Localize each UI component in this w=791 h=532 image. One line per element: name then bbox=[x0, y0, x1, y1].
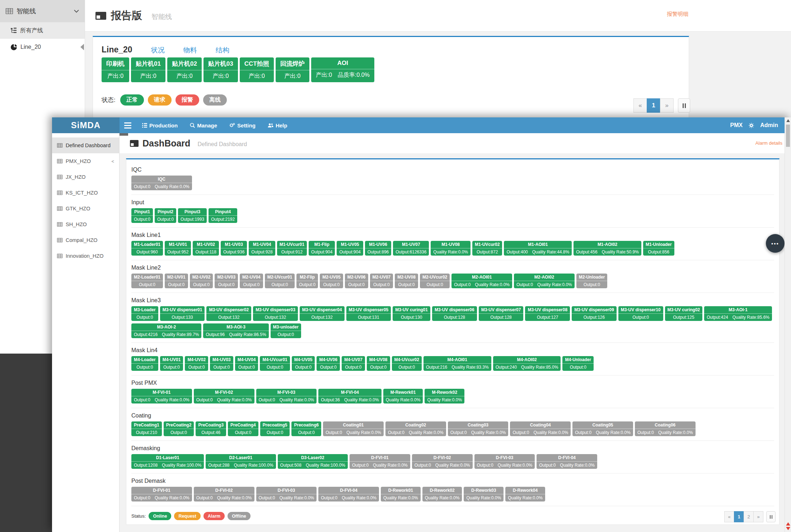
machine-tile[interactable]: CCT拍照 产出:0 bbox=[240, 57, 274, 82]
scrollbar-thumb[interactable] bbox=[786, 125, 790, 147]
machine-tile[interactable]: M2-Loader01 Output:0 bbox=[131, 274, 163, 288]
sidebar-item[interactable]: JX_HZO bbox=[52, 169, 119, 185]
machine-tile[interactable]: D-FVI-03 Output:0 Quality Rate:0.0% bbox=[474, 454, 535, 469]
machine-tile[interactable]: PreCoating4 Output:0 bbox=[228, 421, 258, 436]
machine-tile[interactable]: M2-UV07 Output:0 bbox=[370, 274, 393, 288]
machine-tile[interactable]: M1-UV06 Output:896 bbox=[365, 241, 391, 256]
machine-tile[interactable]: M3-UV curing02 Output:125 bbox=[665, 306, 703, 321]
machine-tile[interactable]: Pinput3 Output:1993 bbox=[178, 208, 207, 223]
machine-tile[interactable]: M3-UV dispenser09 Output:126 bbox=[572, 306, 617, 321]
machine-tile[interactable]: M2-AOI01 Output:0 Quality Rate:0.0% bbox=[451, 274, 512, 288]
machine-tile[interactable]: M4-AOI02 Output:240 Quality Rate:85.0% bbox=[493, 356, 561, 371]
machine-tile[interactable]: 回流焊炉 产出:0 bbox=[276, 57, 309, 82]
machine-tile[interactable]: 贴片机01 产出:0 bbox=[131, 57, 165, 82]
machine-tile[interactable]: PreCoating3 Output:46 bbox=[196, 421, 226, 436]
machine-tile[interactable]: D-FVI-04 Output:0 Quality Rate:0.0% bbox=[537, 454, 597, 469]
machine-tile[interactable]: M1-UV02 Output:118 bbox=[193, 241, 219, 256]
machine-tile[interactable]: M1-AOI02 Output:456 Quality Rate:50.9% bbox=[574, 241, 641, 256]
machine-tile[interactable]: M1-AOI01 Output:400 Quality Rate:44.8% bbox=[504, 241, 572, 256]
gear-icon[interactable] bbox=[748, 122, 754, 129]
machine-tile[interactable]: M2-UV08 Output:0 bbox=[395, 274, 418, 288]
machine-tile[interactable]: M1-Loader01 Output:960 bbox=[131, 241, 163, 256]
machine-tile[interactable]: M2-Flip Output:0 bbox=[296, 274, 318, 288]
machine-tile[interactable]: M4-UVcur02 Output:0 bbox=[392, 356, 422, 371]
nav-item-setting[interactable]: Setting bbox=[223, 117, 262, 133]
machine-tile[interactable]: M3-UV dispenser02 Output:132 bbox=[206, 306, 251, 321]
machine-tile[interactable]: M1-UV03 Output:936 bbox=[221, 241, 247, 256]
machine-tile[interactable]: M2-Unloader Output:0 bbox=[576, 274, 608, 288]
status-pill[interactable]: Online bbox=[149, 512, 171, 520]
machine-tile[interactable]: D-Rework01 Quality Rate:0.0% bbox=[381, 487, 421, 501]
machine-tile[interactable]: M1-UVcur01 Output:912 bbox=[277, 241, 307, 256]
machine-tile[interactable]: Precoating5 Output:0 bbox=[260, 421, 290, 436]
machine-tile[interactable]: D-Rework03 Quality Rate:0.0% bbox=[464, 487, 504, 501]
sidebar-item[interactable]: Compal_HZO bbox=[52, 232, 119, 248]
machine-tile[interactable]: 贴片机02 产出:0 bbox=[167, 57, 202, 82]
machine-tile[interactable]: M1-Flip Output:904 bbox=[309, 241, 335, 256]
machine-tile[interactable]: D3-Laser02 Output:508 Quality Rate:100.0… bbox=[278, 454, 348, 469]
scroll-red-down-icon[interactable] bbox=[786, 527, 790, 530]
sidebar-item-line20[interactable]: Line_20 bbox=[0, 39, 85, 55]
hamburger-menu-button[interactable] bbox=[120, 117, 136, 133]
machine-tile[interactable]: Coating01 Output:0 Quality Rate:0.0% bbox=[323, 421, 384, 436]
machine-tile[interactable]: M2-UV05 Output:0 bbox=[320, 274, 343, 288]
machine-tile[interactable]: M3-UV dispenser05 Output:131 bbox=[346, 306, 391, 321]
status-pill[interactable]: Request bbox=[174, 512, 200, 520]
machine-tile[interactable]: M3-UV curing01 Output:130 bbox=[393, 306, 430, 321]
machine-tile[interactable]: D-FVI-02 Output:0 Quality Rate:0.0% bbox=[412, 454, 473, 469]
sidebar-item-all-lines[interactable]: 所有产线 bbox=[0, 22, 85, 39]
machine-tile[interactable]: M-FVI-02 Output:0 Quality Rate:0.0% bbox=[194, 389, 254, 403]
machine-tile[interactable]: M1-Unloader Output:856 bbox=[643, 241, 674, 256]
alarm-details-link[interactable]: 报警明细 bbox=[667, 11, 688, 18]
machine-tile[interactable]: D-FVI-02 Output:0 Quality Rate:0.0% bbox=[194, 487, 254, 501]
machine-tile[interactable]: M4-UV05 Output:0 bbox=[292, 356, 315, 371]
machine-tile[interactable]: M1-UVcur02 Output:872 bbox=[472, 241, 502, 256]
page-button[interactable]: « bbox=[724, 511, 734, 522]
sidebar-item[interactable]: Innovation_HZO bbox=[52, 248, 119, 264]
machine-tile[interactable]: M4-UV08 Output:0 bbox=[367, 356, 390, 371]
machine-tile[interactable]: 贴片机03 产出:0 bbox=[203, 57, 238, 82]
page-button[interactable]: 1 bbox=[647, 98, 660, 113]
machine-tile[interactable]: M1-UV08 Quality Rate:0.0% bbox=[431, 241, 471, 256]
scroll-red-up-icon[interactable] bbox=[786, 522, 790, 526]
status-pill[interactable]: 请求 bbox=[148, 94, 172, 106]
line-tab[interactable]: 结构 bbox=[216, 46, 229, 55]
sidebar-item[interactable]: GTK_HZO bbox=[52, 201, 119, 216]
scrollbar[interactable] bbox=[785, 117, 791, 532]
machine-tile[interactable]: M2-UVcur01 Output:0 bbox=[265, 274, 295, 288]
page-button[interactable]: » bbox=[660, 98, 674, 113]
page-button[interactable]: 2 bbox=[744, 511, 754, 522]
alarm-details-link[interactable]: Alarm details bbox=[755, 140, 782, 146]
machine-tile[interactable]: M-FVI-03 Output:0 Quality Rate:0.0% bbox=[256, 389, 317, 403]
machine-tile[interactable]: M2-UV03 Output:0 bbox=[215, 274, 238, 288]
machine-tile[interactable]: IQC Output:0 Quality Rate:0.0% bbox=[131, 176, 192, 190]
machine-tile[interactable]: M3-AOI-3 Output:96 Quality Rate:86.5% bbox=[203, 323, 268, 338]
machine-tile[interactable]: M3-UV dispenser03 Output:132 bbox=[253, 306, 298, 321]
machine-tile[interactable]: M2-UV01 Output:0 bbox=[165, 274, 188, 288]
machine-tile[interactable]: M4-UVcur01 Output:0 bbox=[260, 356, 290, 371]
machine-tile[interactable]: M-Rework02 Quality Rate:0.0% bbox=[425, 389, 464, 403]
machine-tile[interactable]: D-FVI-03 Output:0 Quality Rate:0.0% bbox=[256, 487, 317, 501]
machine-tile[interactable]: M4-UV02 Output:0 bbox=[185, 356, 208, 371]
nav-item-admin[interactable]: Admin bbox=[760, 122, 778, 129]
floating-more-button[interactable]: ••• bbox=[766, 234, 785, 253]
machine-tile[interactable]: M-FVI-04 Output:36 Quality Rate:0.0% bbox=[318, 389, 381, 403]
machine-tile[interactable]: M4-UV03 Output:0 bbox=[210, 356, 233, 371]
machine-tile[interactable]: Coating04 Output:0 Quality Rate:0.0% bbox=[510, 421, 571, 436]
pause-button[interactable] bbox=[766, 511, 776, 522]
page-button[interactable]: « bbox=[633, 98, 647, 113]
machine-tile[interactable]: D-FVI-01 Output:0 Quality Rate:0.0% bbox=[350, 454, 410, 469]
machine-tile[interactable]: M3-UV dispenser01 Output:133 bbox=[160, 306, 205, 321]
machine-tile[interactable]: D2-Laser01 Output:288 Quality Rate:100.0… bbox=[206, 454, 276, 469]
machine-tile[interactable]: M3-Loader Output:0 bbox=[131, 306, 158, 321]
machine-tile[interactable]: Pinput2 Output:0 bbox=[155, 208, 176, 223]
line-tab[interactable]: 状况 bbox=[151, 46, 165, 55]
machine-tile[interactable]: D1-Laser01 Output:1208 Quality Rate:100.… bbox=[131, 454, 204, 469]
status-pill[interactable]: 离线 bbox=[203, 94, 227, 106]
machine-tile[interactable]: M4-Unloader Output:0 bbox=[562, 356, 594, 371]
machine-tile[interactable]: D-FVI-04 Output:0 Quality Rate:0.0% bbox=[318, 487, 379, 501]
machine-tile[interactable]: M3-UV dispenser08 Output:127 bbox=[525, 306, 570, 321]
machine-tile[interactable]: M-Rework01 Quality Rate:0.0% bbox=[383, 389, 423, 403]
status-pill[interactable]: 报警 bbox=[175, 94, 199, 106]
machine-tile[interactable]: M4-UV07 Output:0 bbox=[342, 356, 365, 371]
